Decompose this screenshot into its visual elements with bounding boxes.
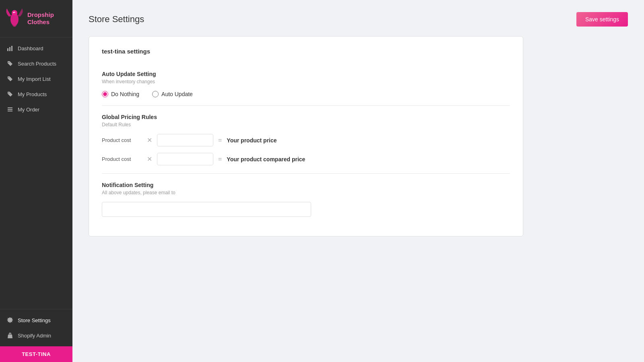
pricing-equals-icon-1: =	[218, 137, 222, 144]
sidebar-item-my-order-label: My Order	[18, 107, 39, 113]
your-product-compared-price-label: Your product compared price	[227, 156, 305, 162]
product-cost-label-1: Product cost	[102, 137, 142, 143]
product-compared-price-multiplier-input[interactable]	[157, 153, 213, 165]
sidebar-item-my-order[interactable]: My Order	[0, 102, 72, 117]
sidebar-item-dashboard[interactable]: Dashboard	[0, 41, 72, 56]
sidebar-item-shopify-admin[interactable]: Shopify Admin	[0, 328, 72, 343]
sidebar-item-search-products[interactable]: Search Products	[0, 56, 72, 71]
svg-rect-7	[11, 46, 12, 51]
my-products-icon	[6, 90, 14, 98]
notification-email-input[interactable]	[102, 202, 311, 217]
sidebar-bottom: Store Settings Shopify Admin	[0, 309, 72, 346]
svg-rect-10	[8, 111, 12, 111]
sidebar-item-my-products[interactable]: My Products	[0, 86, 72, 102]
sidebar-item-search-products-label: Search Products	[18, 61, 56, 67]
auto-update-subtitle: When inventory changes	[102, 79, 510, 84]
global-pricing-section: Global Pricing Rules Default Rules Produ…	[102, 106, 510, 174]
radio-auto-update[interactable]: Auto Update	[152, 91, 193, 97]
tag-icon	[6, 60, 14, 67]
svg-rect-8	[8, 107, 12, 108]
your-product-price-label: Your product price	[227, 137, 277, 144]
card-title: test-tina settings	[102, 48, 510, 55]
list-icon	[6, 106, 14, 113]
chart-bar-icon	[6, 45, 14, 52]
global-pricing-subtitle: Default Rules	[102, 122, 510, 128]
pricing-multiply-icon-1[interactable]: ✕	[147, 136, 152, 144]
page-header: Store Settings Save settings	[89, 12, 628, 27]
logo-icon	[5, 6, 24, 31]
sidebar-item-dashboard-label: Dashboard	[18, 45, 43, 51]
global-pricing-title: Global Pricing Rules	[102, 114, 510, 120]
svg-rect-9	[8, 109, 12, 110]
product-cost-label-2: Product cost	[102, 156, 142, 162]
auto-update-radio-group: Do Nothing Auto Update	[102, 91, 510, 97]
radio-do-nothing[interactable]: Do Nothing	[102, 91, 139, 97]
pricing-equals-icon-2: =	[218, 156, 222, 163]
settings-card: test-tina settings Auto Update Setting W…	[89, 36, 523, 237]
import-list-icon	[6, 75, 14, 82]
sidebar-logo: Dropship Clothes	[0, 0, 72, 37]
sidebar-item-my-import-list-label: My Import List	[18, 76, 51, 82]
radio-auto-update-input[interactable]	[152, 91, 159, 97]
pricing-multiply-icon-2[interactable]: ✕	[147, 155, 152, 163]
logo-text: Dropship Clothes	[27, 11, 68, 26]
sidebar-item-my-products-label: My Products	[18, 91, 47, 97]
product-compared-price-row: Product cost ✕ = Your product compared p…	[102, 153, 510, 165]
save-settings-button[interactable]: Save settings	[576, 12, 628, 27]
svg-rect-6	[9, 47, 10, 51]
auto-update-title: Auto Update Setting	[102, 71, 510, 77]
sidebar-item-shopify-admin-label: Shopify Admin	[18, 333, 51, 339]
sidebar-nav: Dashboard Search Products My Import List…	[0, 37, 72, 309]
svg-point-4	[13, 12, 14, 13]
radio-do-nothing-input[interactable]	[102, 91, 108, 97]
notification-title: Notification Setting	[102, 182, 510, 188]
user-bar[interactable]: TEST-TINA	[0, 346, 72, 362]
radio-auto-update-label: Auto Update	[161, 91, 193, 97]
product-price-row: Product cost ✕ = Your product price	[102, 134, 510, 146]
svg-rect-5	[7, 48, 8, 51]
sidebar: Dropship Clothes Dashboard Search Produc…	[0, 0, 72, 362]
bag-icon	[6, 332, 14, 339]
notification-subtitle: All above updates, please email to	[102, 190, 510, 195]
main-content: Store Settings Save settings test-tina s…	[72, 0, 644, 362]
product-price-multiplier-input[interactable]	[157, 134, 213, 146]
sidebar-item-my-import-list[interactable]: My Import List	[0, 71, 72, 86]
sidebar-item-store-settings-label: Store Settings	[18, 317, 51, 323]
page-title: Store Settings	[89, 14, 144, 25]
notification-section: Notification Setting All above updates, …	[102, 174, 510, 225]
sidebar-item-store-settings[interactable]: Store Settings	[0, 313, 72, 328]
gear-icon	[6, 317, 14, 324]
auto-update-section: Auto Update Setting When inventory chang…	[102, 63, 510, 106]
radio-do-nothing-label: Do Nothing	[111, 91, 139, 97]
